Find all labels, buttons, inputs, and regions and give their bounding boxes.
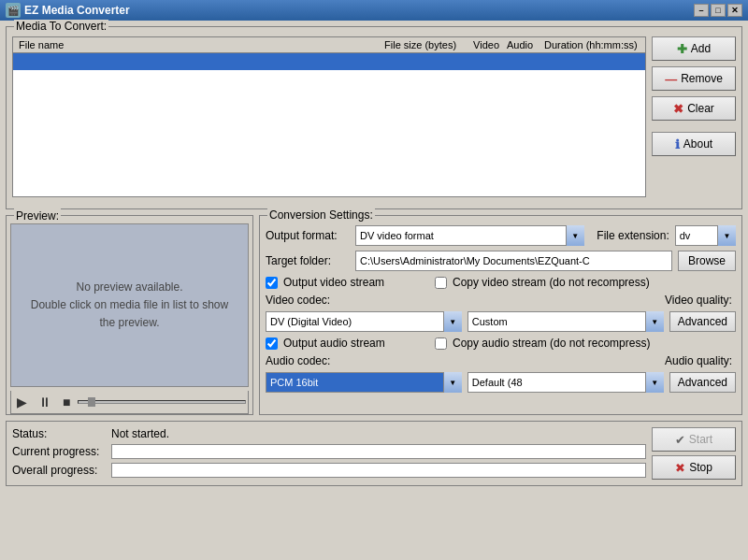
video-stream-row: Output video stream Copy video stream (d…	[266, 276, 736, 289]
target-folder-label: Target folder:	[266, 254, 350, 267]
status-left: Status: Not started. Current progress: O…	[12, 427, 646, 478]
video-quality-select[interactable]: Custom	[468, 311, 664, 332]
output-video-checkbox[interactable]	[266, 277, 278, 289]
status-value: Not started.	[111, 427, 169, 440]
target-folder-row: Target folder: Browse	[266, 251, 736, 271]
status-label: Status:	[12, 427, 106, 440]
video-codec-select[interactable]: DV (Digital Video)	[266, 311, 462, 332]
advanced-video-button[interactable]: Advanced	[669, 311, 736, 332]
start-label: Start	[689, 433, 712, 446]
target-folder-input[interactable]	[355, 251, 672, 271]
copy-audio-label: Copy audio stream (do not recompress)	[453, 337, 650, 350]
minimize-button[interactable]: –	[694, 4, 709, 17]
output-format-row: Output format: DV video format ▼ File ex…	[266, 225, 736, 246]
output-format-select[interactable]: DV video format	[355, 225, 584, 246]
file-ext-select-wrapper: dv ▼	[675, 225, 736, 246]
output-video-stream-check[interactable]: Output video stream	[266, 276, 429, 289]
clear-icon: ✖	[673, 102, 683, 116]
col-video: Video	[469, 38, 503, 51]
copy-audio-stream-check[interactable]: Copy audio stream (do not recompress)	[435, 337, 650, 350]
output-format-label: Output format:	[266, 229, 350, 242]
stop-ctrl-button[interactable]: ■	[59, 393, 74, 411]
start-button[interactable]: ✔ Start	[652, 427, 736, 452]
preview-controls: ▶ ⏸ ■	[10, 391, 249, 414]
audio-quality-label: Audio quality:	[661, 354, 736, 367]
file-extension-label: File extension:	[590, 229, 669, 242]
video-codec-row: DV (Digital Video) ▼ Custom ▼ Advanced	[266, 311, 736, 332]
overall-progress-bar	[111, 463, 646, 478]
seek-bar[interactable]	[78, 400, 246, 404]
title-bar-buttons: – □ ✕	[694, 4, 742, 17]
stop-x-icon: ✖	[675, 461, 685, 475]
file-ext-select[interactable]: dv	[675, 225, 736, 246]
conversion-grid: Output format: DV video format ▼ File ex…	[266, 225, 736, 393]
audio-quality-select-wrapper: Default (48 ▼	[468, 372, 664, 393]
clear-label: Clear	[687, 102, 714, 115]
clear-button[interactable]: ✖ Clear	[652, 96, 736, 121]
output-audio-stream-check[interactable]: Output audio stream	[266, 337, 429, 350]
conversion-label: Conversion Settings:	[267, 208, 375, 222]
remove-label: Remove	[681, 72, 723, 85]
app-icon: 🎬	[6, 3, 21, 18]
add-button[interactable]: ✚ Add	[652, 36, 736, 61]
pause-button[interactable]: ⏸	[35, 393, 55, 411]
media-list-selected-row[interactable]	[13, 53, 645, 70]
audio-codec-select-wrapper: PCM 16bit ▼	[266, 372, 462, 393]
video-codec-label: Video codec:	[266, 294, 350, 307]
copy-video-checkbox[interactable]	[435, 277, 447, 289]
seek-thumb[interactable]	[88, 397, 95, 407]
media-list-header: File name File size (bytes) Video Audio …	[12, 36, 646, 52]
title-bar: 🎬 EZ Media Converter – □ ✕	[0, 0, 748, 21]
side-buttons: ✚ Add — Remove ✖ Clear ℹ About	[652, 36, 736, 197]
output-audio-checkbox[interactable]	[266, 337, 278, 350]
audio-stream-row: Output audio stream Copy audio stream (d…	[266, 337, 736, 350]
col-filesize: File size (bytes)	[381, 38, 469, 51]
status-row: Status: Not started.	[12, 427, 646, 440]
audio-quality-select[interactable]: Default (48	[468, 372, 664, 393]
copy-video-stream-check[interactable]: Copy video stream (do not recompress)	[435, 276, 650, 289]
about-icon: ℹ	[675, 137, 680, 151]
video-quality-select-wrapper: Custom ▼	[468, 311, 664, 332]
audio-codec-row: PCM 16bit ▼ Default (48 ▼ Advanced	[266, 372, 736, 393]
close-button[interactable]: ✕	[727, 4, 742, 17]
start-stop-buttons: ✔ Start ✖ Stop	[652, 427, 736, 480]
current-progress-label: Current progress:	[12, 445, 106, 458]
remove-icon: —	[665, 72, 677, 86]
output-audio-label: Output audio stream	[283, 337, 385, 350]
overall-progress-row: Overall progress:	[12, 463, 646, 478]
col-filename: File name	[15, 38, 381, 51]
overall-progress-label: Overall progress:	[12, 464, 106, 477]
conversion-panel: Conversion Settings: Output format: DV v…	[259, 215, 742, 415]
maximize-button[interactable]: □	[711, 4, 726, 17]
video-codec-select-wrapper: DV (Digital Video) ▼	[266, 311, 462, 332]
media-list-area: File name File size (bytes) Video Audio …	[12, 36, 646, 197]
start-check-icon: ✔	[675, 433, 685, 447]
about-label: About	[683, 137, 712, 151]
output-video-label: Output video stream	[283, 276, 384, 289]
bottom-section: Preview: No preview available. Double cl…	[6, 215, 742, 415]
play-button[interactable]: ▶	[13, 393, 31, 411]
window-title: EZ Media Converter	[24, 4, 694, 17]
audio-codec-labels-row: Audio codec: Audio quality:	[266, 354, 736, 367]
output-format-select-wrapper: DV video format ▼	[355, 225, 584, 246]
media-list[interactable]	[12, 52, 646, 197]
audio-codec-select[interactable]: PCM 16bit	[266, 372, 462, 393]
preview-line2: Double click on media file in list to sh…	[31, 296, 228, 314]
preview-panel: Preview: No preview available. Double cl…	[6, 215, 253, 415]
copy-audio-checkbox[interactable]	[435, 337, 447, 350]
media-group-label: Media To Convert:	[14, 20, 108, 33]
copy-video-label: Copy video stream (do not recompress)	[453, 276, 650, 289]
preview-label: Preview:	[14, 208, 61, 223]
preview-line3: the preview.	[99, 314, 159, 332]
preview-line1: No preview available.	[76, 279, 182, 296]
advanced-audio-button[interactable]: Advanced	[669, 372, 736, 393]
col-duration: Duration (hh:mm:ss)	[540, 38, 643, 51]
video-quality-label: Video quality:	[661, 294, 736, 307]
add-label: Add	[691, 42, 711, 55]
stop-label: Stop	[689, 461, 712, 474]
remove-button[interactable]: — Remove	[652, 66, 736, 91]
stop-button[interactable]: ✖ Stop	[652, 455, 736, 480]
current-progress-row: Current progress:	[12, 444, 646, 459]
browse-button[interactable]: Browse	[678, 251, 736, 271]
about-button[interactable]: ℹ About	[652, 132, 736, 156]
